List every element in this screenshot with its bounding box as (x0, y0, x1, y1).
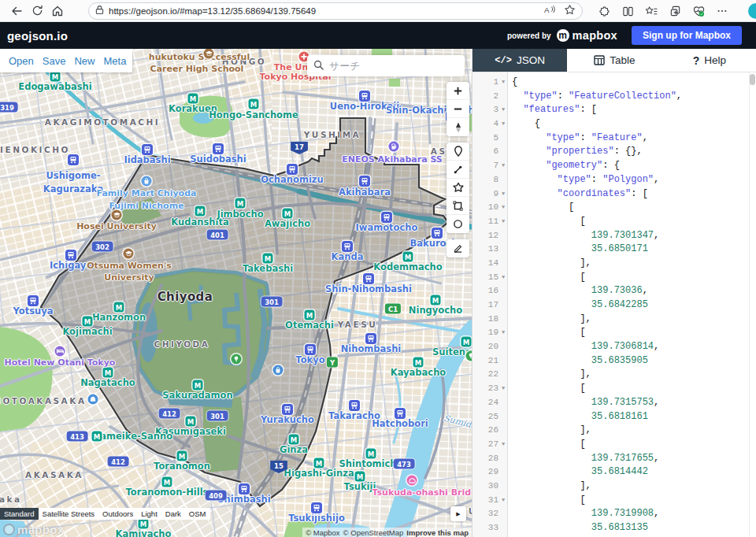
code-line[interactable]: 7▼ "geometry": { (472, 159, 756, 173)
code-line[interactable]: 28 139.7317655, (472, 452, 756, 466)
code-line[interactable]: 9▼ "coordinates": [ (472, 187, 756, 202)
station-label: Shin-Nihombashi (325, 283, 412, 294)
code-line[interactable]: 21 35.6835905 (472, 354, 756, 368)
circle-tool-icon[interactable] (447, 215, 469, 233)
tab-help[interactable]: ? Help (662, 49, 756, 72)
attribution-osm[interactable]: © OpenStreetMap (343, 528, 404, 537)
basemap-light[interactable]: Light (137, 508, 161, 520)
code-line[interactable]: 27▼ [ (472, 438, 756, 452)
fold-arrow-icon[interactable]: ▼ (498, 103, 508, 117)
refresh-icon[interactable] (27, 2, 47, 20)
code-line[interactable]: 30 ], (472, 480, 756, 494)
code-line[interactable]: 15▼ [ (472, 271, 756, 285)
code-line[interactable]: 13 35.6850171 (472, 243, 756, 257)
editor-scrollbar[interactable] (750, 74, 755, 85)
station-label: Akihabara (339, 187, 391, 198)
code-line[interactable]: 1▼{ (472, 76, 756, 90)
tab-table[interactable]: Table (567, 49, 662, 72)
code-line[interactable]: 12 139.7301347, (472, 229, 756, 243)
code-line[interactable]: 24 139.7315753, (472, 396, 756, 410)
rectangle-tool-icon[interactable] (447, 197, 469, 215)
code-line[interactable]: 3▼ "features": [ (472, 103, 756, 117)
menu-item-meta[interactable]: Meta (103, 55, 126, 67)
search-input[interactable] (329, 60, 447, 72)
browser-essentials-icon[interactable] (688, 2, 709, 20)
fold-arrow-icon[interactable]: ▼ (498, 326, 508, 340)
back-icon[interactable] (6, 2, 27, 20)
code-line[interactable]: 26 ], (472, 424, 756, 438)
basemap-outdoors[interactable]: Outdoors (98, 508, 137, 520)
menu-item-new[interactable]: New (74, 55, 94, 67)
code-line[interactable]: 6 "properties": {}, (472, 145, 756, 159)
line-tool-icon[interactable] (447, 161, 469, 179)
lock-icon[interactable] (95, 4, 104, 18)
code-line[interactable]: 5 "type": "Feature", (472, 131, 756, 146)
fold-arrow-icon[interactable]: ▼ (498, 201, 508, 215)
code-line[interactable]: 25 35.6818161 (472, 410, 756, 424)
park-icon (466, 351, 472, 361)
metro-station-icon: M (114, 302, 124, 313)
attribution-mapbox[interactable]: © Mapbox (306, 528, 339, 537)
code-line[interactable]: 18 ], (472, 313, 756, 327)
fold-arrow-icon[interactable]: ▼ (498, 76, 508, 90)
fold-arrow-icon[interactable]: ▼ (498, 187, 508, 202)
station-label: Tameike-Sanno (95, 431, 172, 442)
basemap-satellite-streets[interactable]: Satellite Streets (39, 508, 99, 520)
code-line[interactable]: 22 ], (472, 368, 756, 382)
read-aloud-icon[interactable]: A (543, 4, 556, 18)
code-line[interactable]: 10▼ [ (472, 201, 756, 215)
collections-icon[interactable] (665, 2, 685, 20)
favorite-star-icon[interactable] (564, 4, 576, 19)
code-line[interactable]: 31▼ [ (472, 494, 756, 508)
favorites-icon[interactable] (641, 2, 662, 20)
school-icon (112, 210, 122, 220)
basemap-standard[interactable]: Standard (0, 508, 39, 520)
edit-tool-icon[interactable] (447, 239, 469, 257)
address-bar[interactable]: https://geojson.io/#map=13.12/35.68694/1… (88, 2, 583, 20)
polygon-tool-icon[interactable] (447, 179, 469, 197)
extension-icon[interactable] (594, 2, 614, 20)
profile-avatar[interactable] (748, 3, 756, 19)
code-line[interactable]: 29 35.6814442 (472, 465, 756, 480)
home-icon[interactable] (47, 2, 68, 20)
fold-arrow-icon[interactable]: ▼ (498, 215, 508, 229)
code-line[interactable]: 16 139.73036, (472, 284, 756, 298)
editor-scrollbar-track (749, 72, 750, 537)
signup-button[interactable]: Sign up for Mapbox (632, 26, 742, 45)
code-line[interactable]: 23▼ [ (472, 382, 756, 396)
code-line[interactable]: 33 35.6813135 (472, 521, 756, 535)
fold-arrow-icon[interactable]: ▼ (498, 438, 508, 452)
improve-map-link[interactable]: Improve this map (406, 528, 469, 537)
code-line[interactable]: 4▼ { (472, 117, 756, 131)
code-line[interactable]: 11▼ [ (472, 215, 756, 229)
zoom-in-button[interactable] (447, 82, 469, 100)
tab-json[interactable]: </> JSON (472, 49, 567, 72)
basemap-osm[interactable]: OSM (185, 508, 210, 520)
code-line[interactable]: 19▼ [ (472, 326, 756, 340)
panel-tabs: </> JSON Table ? Help (472, 49, 756, 72)
compass-icon[interactable] (447, 118, 469, 136)
menu-item-open[interactable]: Open (9, 55, 34, 67)
code-line[interactable]: 8 "type": "Polygon", (472, 173, 756, 187)
panel-expander-button[interactable]: ▶ (450, 506, 466, 521)
marker-tool-icon[interactable] (447, 143, 469, 161)
menu-item-save[interactable]: Save (43, 55, 66, 67)
fold-arrow-icon[interactable]: ▼ (498, 494, 508, 508)
zoom-out-button[interactable] (447, 100, 469, 118)
fold-arrow-icon[interactable]: ▼ (498, 271, 508, 285)
code-line[interactable]: 14 ], (472, 257, 756, 271)
code-line[interactable]: 20 139.7306814, (472, 340, 756, 354)
more-icon[interactable] (712, 2, 732, 20)
basemap-dark[interactable]: Dark (161, 508, 185, 520)
code-line[interactable]: 32 139.7319908, (472, 507, 756, 521)
code-line[interactable]: 17 35.6842285 (472, 298, 756, 313)
url-text[interactable]: https://geojson.io/#map=13.12/35.68694/1… (109, 6, 543, 16)
fold-arrow-icon[interactable]: ▼ (498, 382, 508, 396)
code-editor[interactable]: 1▼{2 "type": "FeatureCollection",3▼ "fea… (472, 72, 756, 537)
metro-station-icon: M (431, 295, 441, 306)
fold-arrow-icon[interactable]: ▼ (498, 159, 508, 173)
code-line[interactable]: 2 "type": "FeatureCollection", (472, 90, 756, 104)
map[interactable]: ChiyodaSumidaHONGOAKAGIMOTOMACHIMIENOKIC… (0, 49, 472, 537)
fold-arrow-icon[interactable]: ▼ (498, 117, 508, 131)
split-screen-icon[interactable] (617, 2, 638, 20)
